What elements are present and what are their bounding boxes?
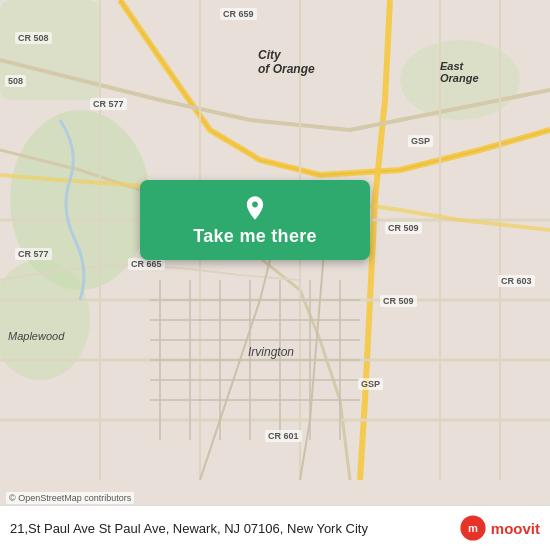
- road-label-cr603: CR 603: [498, 275, 535, 287]
- moovit-logo[interactable]: m moovit: [459, 514, 540, 542]
- road-label-cr601: CR 601: [265, 430, 302, 442]
- bottom-bar: 21,St Paul Ave St Paul Ave, Newark, NJ 0…: [0, 505, 550, 550]
- moovit-brand-name: moovit: [491, 520, 540, 537]
- address-text: 21,St Paul Ave St Paul Ave, Newark, NJ 0…: [10, 521, 459, 536]
- place-label-irvington: Irvington: [248, 345, 294, 359]
- road-label-cr509-bot: CR 509: [380, 295, 417, 307]
- moovit-icon: m: [459, 514, 487, 542]
- road-label-cr508: CR 508: [15, 32, 52, 44]
- place-label-maplewood: Maplewood: [8, 330, 64, 342]
- road-label-gsp-top: GSP: [408, 135, 433, 147]
- road-label-508: 508: [5, 75, 26, 87]
- map-container: CR 508 CR 659 508 CR 577 CR 577 CR 665 C…: [0, 0, 550, 550]
- cta-label: Take me there: [193, 226, 317, 247]
- road-label-gsp-bot: GSP: [358, 378, 383, 390]
- osm-attribution: © OpenStreetMap contributors: [6, 492, 134, 504]
- take-me-there-button[interactable]: Take me there: [140, 180, 370, 260]
- road-label-cr577-top: CR 577: [90, 98, 127, 110]
- svg-text:m: m: [468, 522, 478, 534]
- place-label-orange: Cityof Orange: [258, 48, 315, 76]
- road-label-cr659: CR 659: [220, 8, 257, 20]
- location-pin-icon: [241, 194, 269, 222]
- road-label-cr577-mid: CR 577: [15, 248, 52, 260]
- place-label-east-orange: EastOrange: [440, 60, 479, 84]
- road-label-cr509-top: CR 509: [385, 222, 422, 234]
